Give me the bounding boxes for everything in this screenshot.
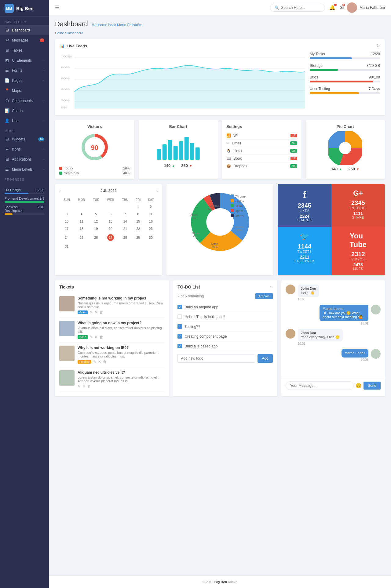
todo-checkbox-3[interactable]: ✓ bbox=[177, 324, 182, 329]
cal-day[interactable]: 19 bbox=[90, 225, 103, 232]
mail-button[interactable]: ✉ 5 bbox=[340, 5, 344, 10]
googleplus-icon: G+ bbox=[353, 189, 363, 198]
todo-add-input[interactable] bbox=[177, 354, 255, 363]
search-box[interactable]: 🔍 bbox=[270, 4, 325, 12]
ticket-close-icon3[interactable]: ✕ bbox=[98, 360, 101, 364]
sidebar-item-dashboard[interactable]: ⊞ Dashboard bbox=[0, 25, 49, 35]
cal-day[interactable]: 21 bbox=[119, 225, 132, 232]
cal-day[interactable]: 17 bbox=[60, 225, 74, 232]
ticket-item-1: Something is not working in my project N… bbox=[59, 293, 165, 318]
sidebar-item-user[interactable]: 👤 User › bbox=[0, 116, 49, 126]
book-label: Book bbox=[233, 156, 242, 161]
cal-day[interactable]: 4 bbox=[74, 211, 89, 217]
ticket-close-icon2[interactable]: ✕ bbox=[95, 335, 98, 339]
cal-next-button[interactable]: › bbox=[156, 188, 158, 193]
sidebar-item-components[interactable]: ⬡ Components › bbox=[0, 96, 49, 106]
todo-checkbox-1[interactable]: ✓ bbox=[177, 305, 182, 309]
ticket-close-icon[interactable]: ✕ bbox=[95, 310, 98, 314]
cal-day[interactable]: 8 bbox=[133, 211, 144, 217]
ticket-item-4: Aliquam nec ultricies velit? Lorem ipsum… bbox=[59, 367, 165, 392]
cal-day[interactable]: 15 bbox=[133, 218, 144, 225]
yt-label2: LIKES bbox=[353, 267, 363, 270]
cal-day[interactable]: 5 bbox=[90, 211, 103, 217]
sidebar-item-messages[interactable]: ✉ Messages 1 bbox=[0, 35, 49, 45]
ticket-edit-icon[interactable]: ✎ bbox=[90, 310, 93, 314]
sidebar-item-widgets[interactable]: ⊞ Widgets 10 bbox=[0, 134, 49, 144]
forms-icon: ☰ bbox=[5, 68, 9, 73]
charts-icon: 📊 bbox=[5, 108, 9, 113]
ticket-delete-icon2[interactable]: 🗑 bbox=[100, 335, 103, 339]
todo-checkbox-2[interactable] bbox=[177, 314, 182, 319]
send-button[interactable]: Send bbox=[364, 382, 381, 390]
book-toggle[interactable]: Off bbox=[291, 157, 297, 160]
task-bar-storage bbox=[310, 69, 338, 71]
cal-day[interactable]: 2 bbox=[144, 203, 157, 210]
cal-day[interactable]: 12 bbox=[90, 218, 103, 225]
search-input[interactable] bbox=[281, 5, 321, 10]
todo-label-3: Testing?? bbox=[185, 325, 200, 329]
sidebar-item-pages[interactable]: 📄 Pages › bbox=[0, 75, 49, 85]
cal-day[interactable]: 25 bbox=[74, 233, 89, 242]
ticket-edit-icon4[interactable]: ✎ bbox=[78, 384, 81, 389]
ticket-delete-icon[interactable]: 🗑 bbox=[100, 310, 103, 314]
cal-day[interactable]: 31 bbox=[60, 243, 74, 250]
sidebar-item-charts[interactable]: 📊 Charts bbox=[0, 106, 49, 116]
sidebar-item-maps[interactable]: 📍 Maps bbox=[0, 85, 49, 96]
email-toggle[interactable]: On bbox=[290, 141, 297, 145]
cal-day[interactable]: 26 bbox=[90, 233, 103, 242]
cal-day[interactable]: 24 bbox=[60, 233, 74, 242]
ticket-delete-icon3[interactable]: 🗑 bbox=[103, 360, 107, 364]
wifi-toggle[interactable]: Off bbox=[291, 134, 297, 137]
refresh-icon[interactable]: ↻ bbox=[376, 43, 380, 48]
sidebar-item-icons[interactable]: ★ Icons › bbox=[0, 144, 49, 154]
cal-day[interactable]: 20 bbox=[103, 225, 118, 232]
sidebar-item-forms[interactable]: ☰ Forms › bbox=[0, 65, 49, 75]
ticket-edit-icon3[interactable]: ✎ bbox=[93, 360, 96, 364]
notification-button[interactable]: 🔔 bbox=[329, 5, 335, 10]
add-todo-button[interactable]: Add bbox=[258, 354, 272, 363]
cal-day[interactable]: 29 bbox=[133, 233, 144, 242]
cal-day[interactable]: 10 bbox=[60, 218, 74, 225]
cal-day[interactable]: 14 bbox=[119, 218, 132, 225]
cal-day[interactable]: 28 bbox=[119, 233, 132, 242]
sidebar-item-applications[interactable]: ⊟ Applications › bbox=[0, 154, 49, 164]
cal-day[interactable]: 30 bbox=[144, 233, 157, 242]
john-name-1: John Deo bbox=[301, 287, 316, 290]
archive-button[interactable]: Archive bbox=[255, 293, 273, 299]
ticket-edit-icon2[interactable]: ✎ bbox=[90, 335, 93, 339]
todo-checkbox-4[interactable]: ✓ bbox=[177, 334, 182, 339]
maps-icon: 📍 bbox=[5, 88, 9, 93]
cal-day[interactable]: 7 bbox=[119, 211, 132, 217]
chat-input[interactable] bbox=[286, 381, 354, 390]
cal-prev-button[interactable]: ‹ bbox=[59, 188, 61, 193]
live-feeds-header: 📊 Live Feeds ↻ bbox=[60, 43, 380, 48]
cal-day[interactable]: 6 bbox=[103, 211, 118, 217]
todo-checkbox-5[interactable]: ✓ bbox=[177, 344, 182, 348]
emoji-icon[interactable]: 😊 bbox=[356, 383, 362, 389]
cal-day[interactable]: 16 bbox=[144, 218, 157, 225]
user-profile[interactable]: Maria Fallström bbox=[347, 2, 385, 13]
hamburger-icon[interactable]: ☰ bbox=[55, 5, 59, 10]
breadcrumb-home[interactable]: Home bbox=[55, 31, 64, 35]
cal-day[interactable]: 27 bbox=[103, 233, 118, 242]
cal-day[interactable]: 13 bbox=[103, 218, 118, 225]
chevron-right-icon3: › bbox=[43, 79, 44, 82]
cal-day[interactable]: 1 bbox=[133, 203, 144, 210]
cal-day[interactable]: 22 bbox=[133, 225, 144, 232]
cal-day[interactable]: 3 bbox=[60, 211, 74, 217]
ticket-delete-icon4[interactable]: 🗑 bbox=[87, 384, 91, 389]
linux-toggle[interactable]: On bbox=[290, 149, 297, 153]
cal-day[interactable]: 9 bbox=[144, 211, 157, 217]
todo-refresh-icon[interactable]: ↻ bbox=[269, 285, 273, 289]
cal-day[interactable]: 18 bbox=[74, 225, 89, 232]
sidebar-item-menu-levels[interactable]: ☰ Menu Levels › bbox=[0, 164, 49, 174]
sidebar-item-tables[interactable]: ⊟ Tables bbox=[0, 45, 49, 55]
cal-day bbox=[90, 203, 103, 210]
notification-badge bbox=[334, 4, 337, 6]
dropbox-toggle[interactable]: On bbox=[290, 164, 297, 168]
cal-day[interactable]: 23 bbox=[144, 225, 157, 232]
cal-day[interactable]: 11 bbox=[74, 218, 89, 225]
ticket-close-icon4[interactable]: ✕ bbox=[82, 384, 86, 389]
sidebar-item-ui-elements[interactable]: ◩ UI Elements › bbox=[0, 55, 49, 65]
ticket-body-3: Why it is not working on IE9? Cum sociis… bbox=[78, 346, 165, 364]
